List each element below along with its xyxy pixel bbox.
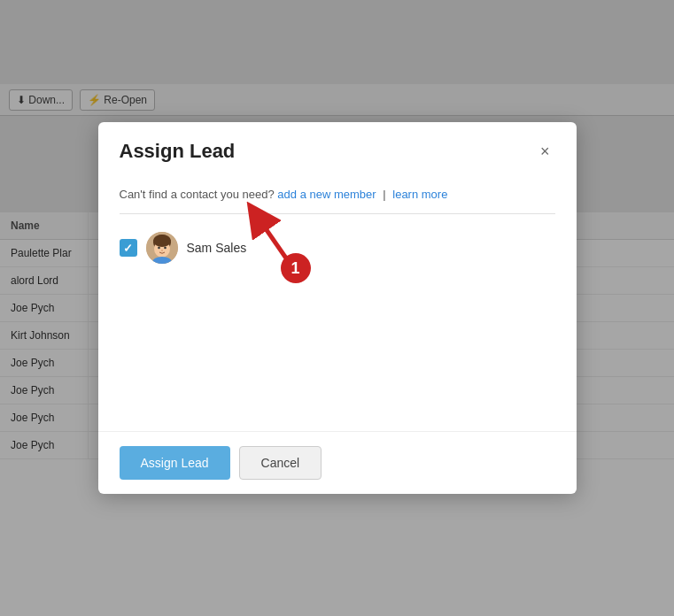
modal-header: Assign Lead × bbox=[98, 122, 577, 177]
add-new-member-link[interactable]: add a new member bbox=[277, 188, 376, 201]
modal-title: Assign Lead bbox=[120, 140, 236, 163]
svg-point-5 bbox=[164, 247, 167, 250]
modal-overlay: Assign Lead × Can't find a contact you n… bbox=[0, 0, 674, 616]
assign-lead-modal: Assign Lead × Can't find a contact you n… bbox=[98, 122, 577, 494]
svg-point-3 bbox=[153, 235, 171, 247]
hint-prefix: Can't find a contact you need? bbox=[120, 188, 275, 201]
modal-footer: Assign Lead Cancel bbox=[98, 431, 577, 494]
avatar bbox=[146, 232, 178, 264]
svg-point-6 bbox=[161, 250, 163, 251]
contact-row[interactable]: Sam Sales bbox=[120, 227, 555, 269]
close-button[interactable]: × bbox=[535, 142, 555, 161]
hint-text: Can't find a contact you need? add a new… bbox=[120, 188, 555, 201]
assign-lead-button[interactable]: Assign Lead bbox=[120, 446, 230, 480]
hint-separator: | bbox=[383, 188, 385, 201]
contact-name: Sam Sales bbox=[187, 241, 247, 255]
learn-more-link[interactable]: learn more bbox=[392, 188, 447, 201]
divider bbox=[120, 213, 555, 214]
contact-checkbox[interactable] bbox=[120, 239, 137, 257]
cancel-button[interactable]: Cancel bbox=[239, 446, 322, 480]
modal-body: Can't find a contact you need? add a new… bbox=[98, 177, 577, 431]
svg-point-4 bbox=[158, 247, 160, 250]
